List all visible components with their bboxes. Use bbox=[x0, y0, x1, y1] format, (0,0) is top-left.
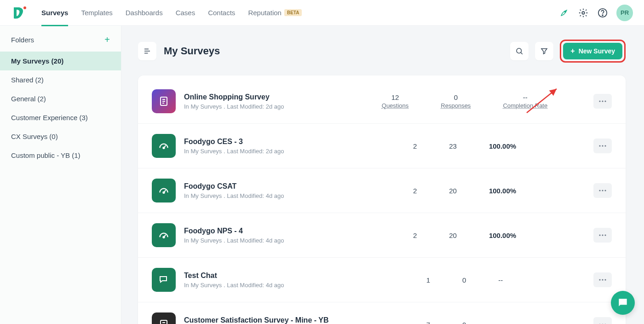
survey-subtitle: In My Surveys . Last Modified: 4d ago bbox=[184, 237, 336, 244]
gear-icon[interactable] bbox=[578, 7, 589, 18]
folder-shared[interactable]: Shared (2) bbox=[0, 70, 121, 89]
survey-title: Foodygo CSAT bbox=[184, 182, 336, 191]
svg-point-19 bbox=[599, 234, 600, 236]
survey-title: Foodygo NPS - 4 bbox=[184, 227, 336, 235]
survey-subtitle: In My Surveys . Last Modified: 2d ago bbox=[184, 103, 336, 110]
topbar: Surveys Templates Dashboards Cases Conta… bbox=[0, 0, 644, 26]
survey-subtitle: In My Surveys . Last Modified: 4d ago bbox=[184, 192, 336, 199]
stat-questions: 2 bbox=[413, 187, 417, 195]
svg-point-24 bbox=[604, 279, 606, 280]
add-folder-icon[interactable]: + bbox=[104, 35, 110, 44]
survey-stats: 10-- bbox=[336, 276, 593, 284]
stat-questions: 7 bbox=[426, 321, 430, 324]
folder-my-surveys[interactable]: My Surveys (20) bbox=[0, 52, 121, 70]
survey-row[interactable]: Foodygo NPS - 4In My Surveys . Last Modi… bbox=[138, 213, 626, 258]
folder-label: Customer Experience (3) bbox=[11, 114, 88, 122]
stat-completion: 100.00% bbox=[489, 142, 516, 150]
stat-questions: 2 bbox=[413, 142, 417, 150]
avatar[interactable]: PR bbox=[616, 5, 633, 21]
survey-type-icon bbox=[152, 134, 176, 158]
survey-text: Customer Satisfaction Survey - Mine - YB… bbox=[184, 316, 336, 324]
nav-label: Templates bbox=[81, 9, 112, 17]
more-options-button[interactable] bbox=[593, 272, 612, 287]
folder-label: My Surveys (20) bbox=[11, 57, 63, 65]
stat-completion: -- bbox=[498, 276, 503, 284]
more-options-button[interactable] bbox=[593, 183, 612, 198]
stat-responses: 0 bbox=[462, 321, 466, 324]
survey-title: Online Shopping Survey bbox=[184, 93, 336, 101]
nav-dashboards[interactable]: Dashboards bbox=[126, 0, 163, 26]
more-options-button[interactable] bbox=[593, 139, 612, 153]
survey-text: Foodygo NPS - 4In My Surveys . Last Modi… bbox=[184, 227, 336, 244]
logo[interactable] bbox=[11, 6, 28, 20]
search-button[interactable] bbox=[510, 42, 529, 60]
folder-general[interactable]: General (2) bbox=[0, 89, 121, 108]
avatar-initials: PR bbox=[621, 9, 629, 16]
svg-point-12 bbox=[602, 145, 603, 146]
survey-type-icon bbox=[152, 268, 176, 292]
survey-stats: 70-- bbox=[336, 321, 593, 324]
folders-title: Folders bbox=[11, 36, 34, 44]
nav-surveys[interactable]: Surveys bbox=[41, 0, 68, 26]
survey-title: Foodygo CES - 3 bbox=[184, 138, 336, 146]
nav-label: Contacts bbox=[208, 9, 235, 17]
stat-responses: 23 bbox=[449, 142, 457, 150]
stat-completion: -- bbox=[498, 321, 503, 324]
svg-point-23 bbox=[602, 279, 603, 280]
nav-reputation[interactable]: Reputation BETA bbox=[248, 0, 302, 26]
svg-point-20 bbox=[602, 234, 603, 236]
svg-point-13 bbox=[604, 145, 606, 146]
survey-row[interactable]: Customer Satisfaction Survey - Mine - YB… bbox=[138, 302, 626, 324]
folder-label: CX Surveys (0) bbox=[11, 133, 58, 140]
folder-label: General (2) bbox=[11, 95, 46, 103]
survey-text: Foodygo CES - 3In My Surveys . Last Modi… bbox=[184, 138, 336, 155]
more-options-button[interactable] bbox=[593, 94, 612, 109]
stat-responses: 0Responses bbox=[441, 93, 471, 109]
more-options-button[interactable] bbox=[593, 317, 612, 324]
svg-point-21 bbox=[604, 234, 606, 236]
survey-row[interactable]: Foodygo CES - 3In My Surveys . Last Modi… bbox=[138, 124, 626, 168]
stat-completion: 100.00% bbox=[489, 187, 516, 195]
stat-questions: 1 bbox=[426, 276, 430, 284]
nav-label: Dashboards bbox=[126, 9, 163, 17]
help-icon[interactable] bbox=[597, 7, 608, 18]
svg-point-11 bbox=[599, 145, 600, 146]
nav-cases[interactable]: Cases bbox=[176, 0, 196, 26]
survey-subtitle: In My Surveys . Last Modified: 4d ago bbox=[184, 282, 336, 289]
svg-point-10 bbox=[163, 147, 164, 149]
survey-type-icon bbox=[152, 89, 176, 113]
annotation-arrow-icon bbox=[524, 85, 561, 117]
header-actions: + New Survey bbox=[510, 40, 626, 63]
chat-widget-button[interactable] bbox=[611, 291, 635, 315]
folder-label: Custom public - YB (1) bbox=[11, 151, 80, 159]
stat-responses: 0 bbox=[462, 276, 466, 284]
new-survey-button[interactable]: + New Survey bbox=[563, 43, 622, 59]
folder-customer-experience[interactable]: Customer Experience (3) bbox=[0, 108, 121, 127]
svg-point-7 bbox=[599, 100, 600, 102]
stat-questions: 2 bbox=[413, 231, 417, 239]
collapse-sidebar-button[interactable] bbox=[138, 42, 156, 60]
folder-cx-surveys[interactable]: CX Surveys (0) bbox=[0, 127, 121, 146]
survey-type-icon bbox=[152, 179, 176, 202]
more-options-button[interactable] bbox=[593, 228, 612, 243]
stat-responses: 20 bbox=[449, 187, 457, 195]
survey-text: Foodygo CSATIn My Surveys . Last Modifie… bbox=[184, 182, 336, 199]
stat-completion: 100.00% bbox=[489, 231, 516, 239]
folders-header: Folders + bbox=[0, 35, 121, 52]
nav-contacts[interactable]: Contacts bbox=[208, 0, 235, 26]
survey-title: Customer Satisfaction Survey - Mine - YB bbox=[184, 316, 336, 324]
nav-templates[interactable]: Templates bbox=[81, 0, 112, 26]
survey-row[interactable]: Foodygo CSATIn My Surveys . Last Modifie… bbox=[138, 168, 626, 213]
folder-custom-public[interactable]: Custom public - YB (1) bbox=[0, 146, 121, 165]
survey-type-icon bbox=[152, 312, 176, 324]
beta-badge: BETA bbox=[284, 9, 302, 16]
survey-row[interactable]: Test ChatIn My Surveys . Last Modified: … bbox=[138, 258, 626, 302]
main-nav: Surveys Templates Dashboards Cases Conta… bbox=[41, 0, 302, 25]
svg-point-8 bbox=[602, 100, 603, 102]
rocket-icon[interactable] bbox=[558, 7, 569, 18]
folder-label: Shared (2) bbox=[11, 76, 44, 84]
svg-point-16 bbox=[602, 190, 603, 191]
svg-point-14 bbox=[163, 192, 164, 193]
main-header: My Surveys + New Survey bbox=[138, 40, 626, 63]
filter-button[interactable] bbox=[535, 42, 553, 60]
